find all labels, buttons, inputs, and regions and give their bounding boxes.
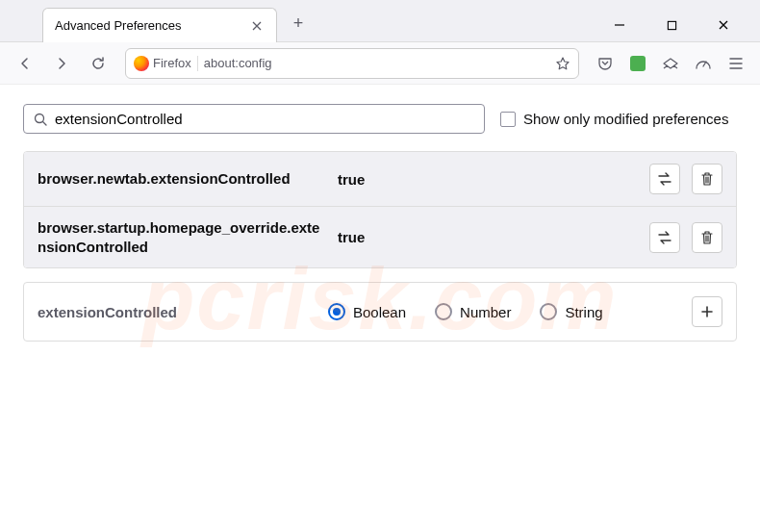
search-icon: [34, 113, 47, 126]
mail-icon[interactable]: [656, 49, 685, 78]
type-options: Boolean Number String: [328, 303, 680, 320]
pref-row: browser.newtab.extensionControlled true: [24, 152, 736, 206]
radio-boolean[interactable]: Boolean: [328, 303, 406, 320]
identity-label: Firefox: [153, 56, 191, 70]
new-pref-row: extensionControlled Boolean Number Strin…: [23, 282, 737, 342]
new-pref-name: extensionControlled: [38, 304, 317, 320]
checkbox-icon: [500, 112, 516, 127]
pref-name: browser.startup.homepage_override.extens…: [38, 218, 326, 256]
url-bar[interactable]: Firefox: [125, 48, 579, 79]
pref-name: browser.newtab.extensionControlled: [38, 169, 326, 189]
url-input[interactable]: [204, 56, 549, 70]
search-input[interactable]: [55, 111, 474, 127]
browser-tab[interactable]: Advanced Preferences: [42, 8, 277, 42]
delete-button[interactable]: [692, 222, 722, 253]
new-tab-button[interactable]: +: [285, 10, 312, 37]
reload-button[interactable]: [83, 48, 114, 79]
maximize-button[interactable]: [654, 12, 689, 38]
radio-label-text: String: [565, 304, 602, 320]
toggle-button[interactable]: [649, 164, 680, 194]
identity-box[interactable]: Firefox: [134, 56, 198, 71]
titlebar: Advanced Preferences +: [0, 0, 760, 42]
search-box[interactable]: [23, 104, 485, 134]
add-button[interactable]: [692, 296, 722, 327]
checkbox-label: Show only modified preferences: [523, 111, 728, 127]
svg-rect-0: [668, 21, 675, 29]
radio-string[interactable]: String: [540, 303, 602, 320]
pref-row: browser.startup.homepage_override.extens…: [24, 206, 736, 267]
extension-icon[interactable]: [623, 49, 652, 78]
close-tab-icon[interactable]: [249, 18, 265, 34]
radio-icon: [540, 303, 557, 320]
bookmark-star-icon[interactable]: [555, 56, 570, 71]
radio-number[interactable]: Number: [435, 303, 511, 320]
show-modified-checkbox[interactable]: Show only modified preferences: [500, 111, 728, 127]
pref-value: true: [338, 171, 638, 188]
pocket-icon[interactable]: [591, 49, 620, 78]
forward-button[interactable]: [46, 48, 77, 79]
minimize-button[interactable]: [602, 12, 637, 38]
radio-icon: [328, 303, 345, 320]
radio-label-text: Boolean: [353, 304, 406, 320]
tab-title: Advanced Preferences: [55, 18, 249, 33]
back-button[interactable]: [10, 48, 40, 79]
firefox-logo-icon: [134, 56, 149, 71]
pref-table: browser.newtab.extensionControlled true …: [23, 151, 737, 268]
radio-icon: [435, 303, 452, 320]
radio-label-text: Number: [460, 304, 511, 320]
toggle-button[interactable]: [649, 222, 680, 253]
menu-button[interactable]: [722, 49, 750, 78]
pref-value: true: [338, 229, 638, 245]
speed-icon[interactable]: [689, 49, 718, 78]
delete-button[interactable]: [692, 164, 722, 194]
close-window-button[interactable]: [706, 12, 741, 38]
content-area: Show only modified preferences browser.n…: [0, 85, 760, 361]
navbar: Firefox: [0, 42, 760, 85]
